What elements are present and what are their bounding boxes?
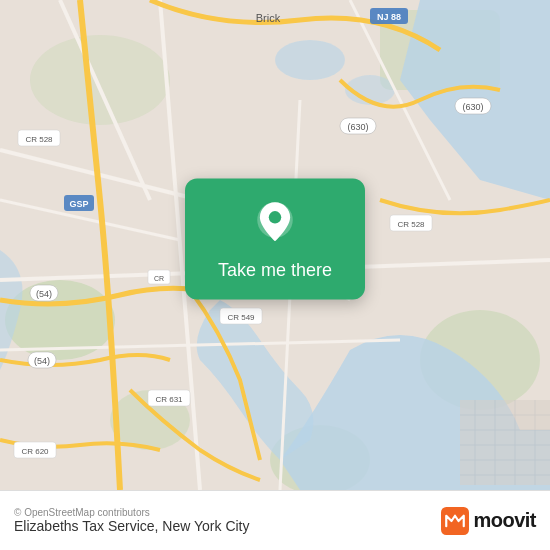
svg-text:(54): (54) bbox=[34, 356, 50, 366]
take-me-there-overlay[interactable]: Take me there bbox=[185, 178, 365, 299]
svg-text:CR 549: CR 549 bbox=[227, 313, 255, 322]
map-pin-icon bbox=[251, 200, 299, 248]
svg-text:Brick: Brick bbox=[256, 12, 281, 24]
svg-rect-43 bbox=[460, 400, 550, 485]
map-attribution: © OpenStreetMap contributors bbox=[14, 507, 250, 518]
moovit-logo: moovit bbox=[441, 507, 536, 535]
svg-text:CR 528: CR 528 bbox=[397, 220, 425, 229]
location-name: Elizabeths Tax Service, New York City bbox=[14, 518, 250, 534]
svg-text:CR 528: CR 528 bbox=[25, 135, 53, 144]
svg-point-54 bbox=[269, 211, 281, 223]
svg-point-6 bbox=[30, 35, 170, 125]
info-bar: © OpenStreetMap contributors Elizabeths … bbox=[0, 490, 550, 550]
moovit-text: moovit bbox=[473, 509, 536, 532]
svg-text:CR 631: CR 631 bbox=[155, 395, 183, 404]
svg-text:NJ 88: NJ 88 bbox=[377, 12, 401, 22]
svg-text:(630): (630) bbox=[462, 102, 483, 112]
svg-text:(54): (54) bbox=[36, 289, 52, 299]
svg-text:(630): (630) bbox=[347, 122, 368, 132]
map-container: NJ 88 Brick CR 528 GSP (630) (630) CR 52… bbox=[0, 0, 550, 490]
moovit-icon bbox=[441, 507, 469, 535]
info-left: © OpenStreetMap contributors Elizabeths … bbox=[14, 507, 250, 534]
svg-text:CR 620: CR 620 bbox=[21, 447, 49, 456]
svg-text:CR: CR bbox=[154, 275, 164, 282]
take-me-there-label: Take me there bbox=[218, 260, 332, 281]
svg-point-7 bbox=[275, 40, 345, 80]
svg-text:GSP: GSP bbox=[69, 199, 88, 209]
